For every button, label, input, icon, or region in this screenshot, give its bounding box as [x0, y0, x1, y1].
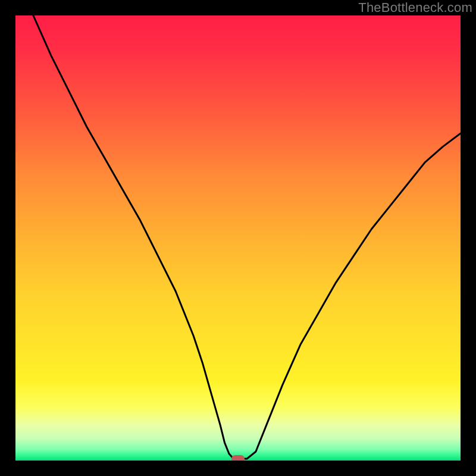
- chart-frame: TheBottleneck.com: [0, 0, 476, 476]
- curve-svg: [15, 15, 461, 461]
- watermark-text: TheBottleneck.com: [358, 0, 472, 15]
- bottleneck-curve: [33, 15, 461, 459]
- plot-area: [15, 15, 461, 461]
- optimal-point-marker: [231, 455, 245, 461]
